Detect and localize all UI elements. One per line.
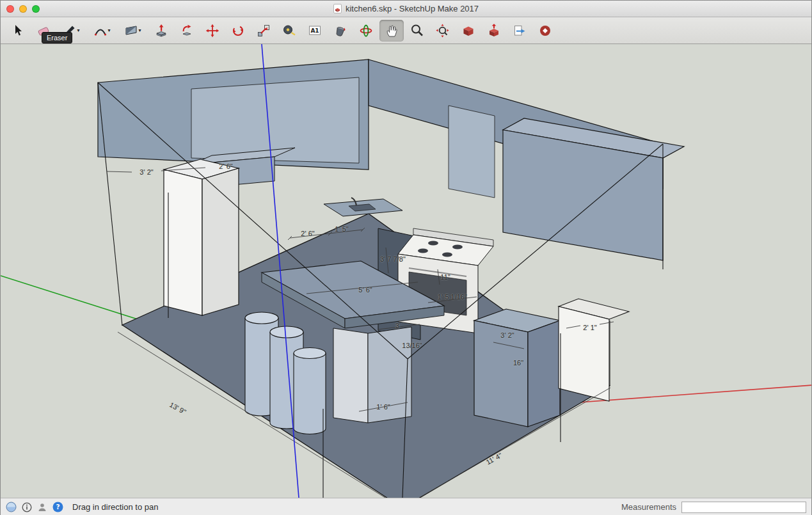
push-pull-icon	[154, 24, 168, 38]
account-icon[interactable]	[37, 502, 47, 512]
svg-text:?: ?	[56, 503, 60, 511]
paint-bucket-tool[interactable]	[328, 20, 353, 42]
get-models-icon	[461, 24, 475, 38]
shapes-tool[interactable]: ▾	[118, 20, 148, 42]
extension-warehouse-tool[interactable]	[533, 20, 557, 42]
text-icon: A1	[308, 24, 322, 38]
rotate-tool[interactable]	[226, 20, 250, 42]
dimension-label[interactable]: 3' 2"	[139, 168, 153, 176]
svg-text:A1: A1	[310, 28, 319, 34]
dimension-label[interactable]: 1' 6"	[376, 403, 390, 411]
document-icon	[333, 4, 342, 13]
pan-icon	[385, 24, 399, 38]
scale-icon	[257, 24, 271, 38]
lower-cabinets-right[interactable]	[474, 309, 560, 427]
line-dropdown-caret[interactable]: ▾	[77, 28, 79, 33]
pan-tool[interactable]	[379, 20, 404, 42]
title-area: kitchen6.skp - SketchUp Make 2017	[1, 4, 811, 13]
tape-measure-icon	[282, 24, 296, 38]
dimension-label[interactable]: 5' 6"	[358, 286, 372, 294]
text-tool[interactable]: A1	[303, 20, 327, 42]
send-to-layout-icon	[513, 24, 527, 38]
statusbar: ? Drag in direction to pan Measurements	[1, 498, 811, 515]
geolocation-icon[interactable]	[6, 502, 17, 512]
push-pull-tool[interactable]	[149, 20, 173, 42]
zoom-tool[interactable]	[405, 20, 429, 42]
eraser-tooltip: Eraser	[42, 32, 72, 44]
model-canvas	[1, 44, 811, 498]
zoom-window-button[interactable]	[32, 5, 40, 13]
arc-tool[interactable]: ▾	[88, 20, 117, 42]
orbit-tool[interactable]	[354, 20, 378, 42]
arc-dropdown-caret[interactable]: ▾	[107, 28, 110, 33]
rotate-icon	[231, 24, 245, 38]
send-to-layout-tool[interactable]	[507, 20, 532, 42]
dimension-label[interactable]: 2' 6"	[301, 230, 314, 237]
follow-me-tool[interactable]	[175, 20, 199, 42]
move-icon	[205, 24, 219, 38]
share-model-icon	[487, 24, 501, 38]
zoom-extents-tool[interactable]	[431, 20, 455, 42]
help-icon[interactable]: ?	[52, 502, 63, 512]
status-hint: Drag in direction to pan	[72, 502, 158, 512]
dimension-label[interactable]: 2' 1"	[583, 324, 596, 331]
info-icon[interactable]	[22, 502, 32, 512]
tape-measure-tool[interactable]	[277, 20, 301, 42]
tall-cabinet[interactable]	[164, 159, 239, 315]
move-tool[interactable]	[200, 20, 225, 42]
traffic-lights	[6, 5, 40, 13]
shapes-dropdown-caret[interactable]: ▾	[138, 28, 141, 33]
sketchup-window: kitchen6.skp - SketchUp Make 2017 ▾ ▾ ▾ …	[0, 0, 812, 515]
dimension-label[interactable]: 3' 2"	[500, 331, 514, 339]
follow-me-icon	[180, 24, 194, 38]
toolbar: ▾ ▾ ▾ A1	[1, 17, 811, 44]
measurements-input[interactable]	[681, 502, 806, 513]
viewport-3d[interactable]: 3' 2" 2' 6" 2' 6" 1' 5" 3' 7 7/8" 11" 1'…	[1, 44, 811, 498]
get-models-tool[interactable]	[456, 20, 481, 42]
arc-icon	[94, 24, 107, 37]
close-button[interactable]	[6, 5, 14, 13]
zoom-icon	[410, 24, 424, 38]
dimension-label[interactable]: 1' 5"	[335, 225, 348, 233]
dimension-label[interactable]: 16"	[513, 359, 523, 367]
dimension-label[interactable]: 1' 5 1/16"	[438, 293, 467, 301]
scale-tool[interactable]	[251, 20, 276, 42]
titlebar: kitchen6.skp - SketchUp Make 2017	[1, 1, 811, 17]
select-icon	[12, 24, 24, 37]
dimension-label[interactable]: 3' 7 7/8"	[380, 255, 406, 263]
dimension-label[interactable]: 11"	[440, 273, 450, 281]
minimize-button[interactable]	[19, 5, 27, 13]
paint-bucket-icon	[333, 24, 347, 38]
extension-warehouse-icon	[538, 24, 552, 38]
orbit-icon	[359, 24, 373, 38]
select-tool[interactable]	[6, 20, 30, 42]
shapes-icon	[125, 24, 138, 37]
zoom-extents-icon	[436, 24, 450, 38]
measurements-label: Measurements	[621, 502, 676, 512]
share-model-tool[interactable]	[482, 20, 506, 42]
dimension-label[interactable]: 3'	[395, 322, 401, 329]
dimension-label[interactable]: 2' 6"	[219, 162, 232, 170]
window-title: kitchen6.skp - SketchUp Make 2017	[346, 4, 479, 13]
dimension-label[interactable]: 13/16"	[402, 342, 422, 349]
